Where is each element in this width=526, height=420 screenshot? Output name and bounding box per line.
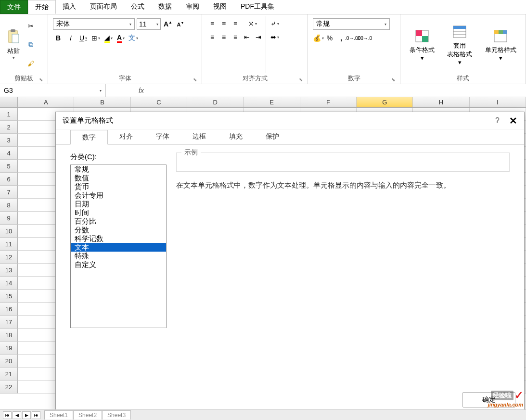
row-header-9[interactable]: 9 [0, 212, 18, 225]
italic-button[interactable]: I [65, 33, 76, 43]
column-header-G[interactable]: G [357, 97, 413, 107]
help-button[interactable]: ? [495, 116, 500, 125]
tab-formula[interactable]: 公式 [124, 0, 152, 14]
column-header-I[interactable]: I [470, 97, 526, 107]
orientation-button[interactable]: ⤯▾ [247, 18, 258, 29]
row-header-5[interactable]: 5 [0, 160, 18, 173]
tab-pdf[interactable]: PDF工具集 [234, 0, 282, 14]
category-item[interactable]: 文本 [71, 243, 166, 252]
bold-button[interactable]: B [53, 33, 64, 43]
category-list[interactable]: 常规数值货币会计专用日期时间百分比分数科学记数文本特殊自定义 [70, 165, 167, 328]
launcher-icon[interactable]: ⬊ [38, 77, 44, 83]
align-right-button[interactable]: ≡ [230, 32, 241, 42]
align-top-button[interactable]: ≡ [207, 18, 218, 29]
row-header-3[interactable]: 3 [0, 134, 18, 147]
indent-decrease-button[interactable]: ⇤ [242, 32, 252, 42]
increase-font-button[interactable]: A▲ [163, 19, 173, 29]
align-bottom-button[interactable]: ≡ [230, 18, 241, 29]
category-item[interactable]: 会计专用 [71, 191, 166, 200]
row-header-16[interactable]: 16 [0, 303, 18, 316]
column-header-A[interactable]: A [18, 97, 74, 107]
select-all-corner[interactable] [0, 97, 18, 107]
row-header-1[interactable]: 1 [0, 108, 18, 121]
row-header-8[interactable]: 8 [0, 199, 18, 212]
decrease-font-button[interactable]: A▼ [175, 19, 186, 29]
border-button[interactable]: ⊞▾ [90, 33, 101, 43]
percent-button[interactable]: % [324, 33, 335, 43]
indent-increase-button[interactable]: ⇥ [253, 32, 264, 42]
dialog-tab-字体[interactable]: 字体 [144, 129, 181, 144]
row-header-21[interactable]: 21 [0, 368, 18, 381]
row-header-4[interactable]: 4 [0, 147, 18, 160]
launcher-icon[interactable]: ⬊ [298, 77, 304, 83]
decrease-decimal-button[interactable]: .00→.0 [359, 33, 370, 43]
dialog-tab-填充[interactable]: 填充 [218, 129, 254, 144]
category-item[interactable]: 货币 [71, 182, 166, 191]
sheet-nav-first[interactable]: ⏮ [3, 411, 12, 419]
category-item[interactable]: 百分比 [71, 217, 166, 226]
column-header-B[interactable]: B [74, 97, 130, 107]
fill-color-button[interactable]: ◢▾ [103, 33, 114, 43]
font-color-button[interactable]: A▾ [115, 33, 126, 43]
tab-view[interactable]: 视图 [206, 0, 234, 14]
sheet-nav-prev[interactable]: ◀ [13, 411, 21, 419]
row-header-11[interactable]: 11 [0, 238, 18, 251]
row-header-6[interactable]: 6 [0, 173, 18, 186]
sheet-tab[interactable]: Sheet1 [44, 410, 73, 420]
name-box[interactable]: G3▾ [0, 84, 106, 97]
row-header-12[interactable]: 12 [0, 251, 18, 264]
row-header-7[interactable]: 7 [0, 186, 18, 199]
column-header-D[interactable]: D [187, 97, 244, 107]
dialog-tab-保护[interactable]: 保护 [254, 129, 291, 144]
dialog-tab-边框[interactable]: 边框 [181, 129, 218, 144]
column-header-E[interactable]: E [244, 97, 300, 107]
dialog-tab-数字[interactable]: 数字 [70, 130, 108, 145]
category-item[interactable]: 数值 [71, 174, 166, 182]
row-header-17[interactable]: 17 [0, 316, 18, 329]
row-header-10[interactable]: 10 [0, 225, 18, 238]
copy-button[interactable]: ⧉ [26, 40, 36, 50]
cell-styles-button[interactable]: 单元格样式▾ [481, 16, 520, 73]
row-header-22[interactable]: 22 [0, 381, 18, 394]
column-header-H[interactable]: H [413, 97, 469, 107]
tab-insert[interactable]: 插入 [56, 0, 83, 14]
underline-button[interactable]: U▾ [78, 33, 89, 43]
category-item[interactable]: 日期 [71, 200, 166, 208]
phonetic-button[interactable]: 文▾ [128, 33, 139, 43]
conditional-format-button[interactable]: 条件格式▾ [406, 16, 438, 73]
category-item[interactable]: 自定义 [71, 260, 166, 269]
tab-home[interactable]: 开始 [28, 0, 56, 14]
row-header-18[interactable]: 18 [0, 329, 18, 342]
dialog-tab-对齐[interactable]: 对齐 [108, 129, 144, 144]
close-button[interactable]: ✕ [509, 115, 517, 127]
tab-layout[interactable]: 页面布局 [83, 0, 124, 14]
row-header-19[interactable]: 19 [0, 342, 18, 355]
merge-button[interactable]: ⬌▾ [270, 32, 280, 42]
sheet-tab[interactable]: Sheet3 [102, 410, 131, 420]
align-middle-button[interactable]: ≡ [218, 18, 229, 29]
wrap-text-button[interactable]: ⤶▾ [270, 18, 280, 29]
launcher-icon[interactable]: ⬊ [390, 77, 396, 83]
align-center-button[interactable]: ≡ [218, 32, 229, 42]
align-left-button[interactable]: ≡ [207, 32, 218, 42]
row-header-14[interactable]: 14 [0, 277, 18, 290]
row-header-13[interactable]: 13 [0, 264, 18, 277]
column-header-C[interactable]: C [131, 97, 187, 107]
tab-data[interactable]: 数据 [152, 0, 179, 14]
row-header-15[interactable]: 15 [0, 290, 18, 303]
currency-button[interactable]: 💰▾ [313, 33, 323, 43]
category-item[interactable]: 特殊 [71, 252, 166, 260]
category-item[interactable]: 分数 [71, 226, 166, 234]
sheet-nav-next[interactable]: ▶ [22, 411, 31, 419]
category-item[interactable]: 常规 [71, 165, 166, 174]
paste-button[interactable]: 粘贴 ▾ [3, 16, 24, 73]
row-header-20[interactable]: 20 [0, 355, 18, 368]
format-table-button[interactable]: 套用 表格格式▾ [443, 16, 476, 73]
tab-file[interactable]: 文件 [0, 0, 28, 14]
sheet-nav-last[interactable]: ⏭ [32, 411, 40, 419]
cut-button[interactable]: ✂ [26, 21, 36, 31]
number-format-select[interactable]: 常规▾ [313, 18, 390, 30]
row-header-2[interactable]: 2 [0, 121, 18, 134]
font-size-select[interactable]: 11▾ [137, 18, 161, 30]
category-item[interactable]: 时间 [71, 208, 166, 217]
